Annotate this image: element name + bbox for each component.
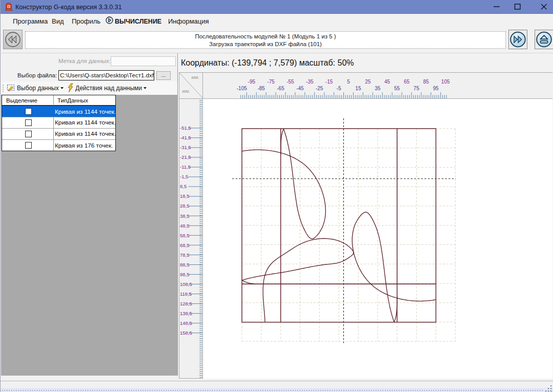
svg-text:18,5: 18,5: [180, 193, 190, 199]
svg-text:-5: -5: [337, 86, 341, 91]
svg-text:-21,5: -21,5: [180, 154, 191, 160]
svg-text:-85: -85: [257, 86, 265, 91]
svg-text:95: 95: [433, 86, 439, 91]
svg-text:138,5: 138,5: [180, 311, 192, 316]
svg-text:-105: -105: [237, 86, 247, 91]
svg-text:15: 15: [355, 86, 361, 91]
svg-text:128,5: 128,5: [180, 301, 192, 306]
svg-text:-75: -75: [267, 79, 275, 85]
svg-text:68,5: 68,5: [180, 242, 190, 248]
svg-text:108,5: 108,5: [180, 281, 192, 287]
svg-text:35: 35: [375, 86, 381, 91]
svg-text:5: 5: [347, 79, 350, 85]
svg-text:58,5: 58,5: [180, 233, 190, 238]
svg-text:48,5: 48,5: [180, 223, 190, 229]
svg-text:-45: -45: [296, 86, 304, 91]
svg-text:85: 85: [423, 79, 429, 85]
svg-text:28,5: 28,5: [180, 203, 190, 209]
svg-text:-15: -15: [325, 79, 333, 85]
svg-text:78,5: 78,5: [180, 252, 190, 258]
svg-text:38,5: 38,5: [180, 213, 190, 219]
svg-text:158,5: 158,5: [180, 330, 192, 336]
svg-text:55: 55: [394, 86, 400, 91]
svg-text:88,5: 88,5: [180, 262, 190, 267]
svg-text:-11,5: -11,5: [180, 164, 191, 170]
svg-text:45: 45: [384, 79, 391, 85]
svg-text:75: 75: [414, 86, 420, 91]
svg-text:-35: -35: [306, 79, 314, 85]
svg-text:-95: -95: [248, 79, 256, 85]
svg-text:-25: -25: [316, 86, 323, 91]
svg-text:98,5: 98,5: [180, 272, 190, 277]
svg-text:118,5: 118,5: [180, 291, 192, 297]
svg-text:-41,5: -41,5: [180, 135, 191, 140]
svg-text:65: 65: [404, 79, 410, 85]
svg-text:-51,5: -51,5: [180, 125, 191, 131]
svg-text:-31,5: -31,5: [180, 145, 191, 150]
svg-text:25: 25: [365, 79, 371, 85]
svg-text:-1,5: -1,5: [180, 174, 188, 179]
svg-text:-65: -65: [277, 86, 284, 91]
svg-text:105: 105: [441, 79, 450, 85]
svg-text:-55: -55: [286, 79, 294, 85]
svg-text:8,5: 8,5: [180, 183, 187, 189]
svg-text:148,5: 148,5: [180, 320, 192, 326]
